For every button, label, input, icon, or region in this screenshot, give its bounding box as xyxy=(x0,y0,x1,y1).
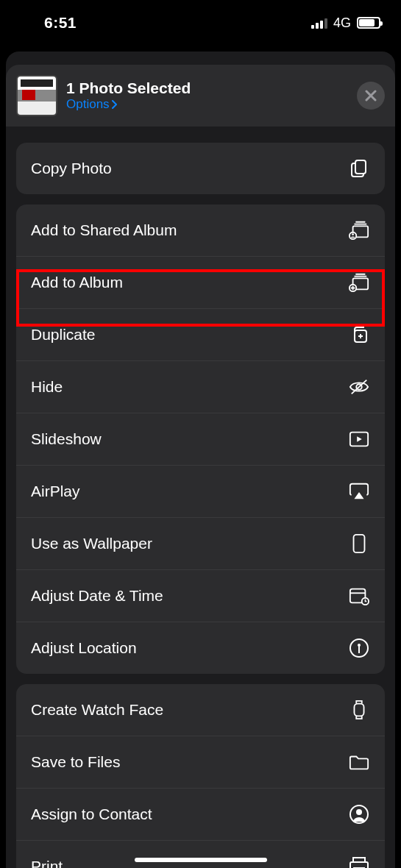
action-group-2: Add to Shared Album Add to Album Duplica… xyxy=(16,204,385,674)
svg-rect-0 xyxy=(355,160,366,174)
svg-rect-10 xyxy=(354,535,365,552)
adjust-date-time-row[interactable]: Adjust Date & Time xyxy=(16,569,385,622)
assign-contact-row[interactable]: Assign to Contact xyxy=(16,788,385,840)
copy-photo-label: Copy Photo xyxy=(31,160,112,177)
options-button[interactable]: Options xyxy=(66,97,348,112)
hide-icon xyxy=(348,376,370,398)
save-to-files-row[interactable]: Save to Files xyxy=(16,736,385,788)
create-watch-face-label: Create Watch Face xyxy=(31,701,163,719)
add-shared-album-label: Add to Shared Album xyxy=(31,221,177,239)
add-shared-album-row[interactable]: Add to Shared Album xyxy=(16,204,385,256)
status-indicators: 4G xyxy=(311,15,380,31)
create-watch-face-row[interactable]: Create Watch Face xyxy=(16,684,385,736)
wallpaper-label: Use as Wallpaper xyxy=(31,535,152,552)
chevron-right-icon xyxy=(111,100,118,109)
home-indicator[interactable] xyxy=(135,858,267,862)
photo-thumbnail[interactable] xyxy=(16,75,57,116)
calendar-clock-icon xyxy=(348,585,370,607)
phone-icon xyxy=(348,533,370,555)
add-album-icon xyxy=(348,271,370,294)
duplicate-icon xyxy=(348,324,370,346)
duplicate-label: Duplicate xyxy=(31,326,96,344)
folder-icon xyxy=(348,751,370,773)
copy-photo-row[interactable]: Copy Photo xyxy=(16,143,385,194)
airplay-label: AirPlay xyxy=(31,483,80,500)
airplay-icon xyxy=(348,480,370,502)
shared-album-icon xyxy=(348,219,370,241)
status-bar: 6:51 4G xyxy=(0,0,401,37)
action-group-1: Copy Photo xyxy=(16,143,385,194)
slideshow-label: Slideshow xyxy=(31,430,102,448)
header-title: 1 Photo Selected xyxy=(66,79,348,96)
action-group-3: Create Watch Face Save to Files Assign t… xyxy=(16,684,385,868)
slideshow-row[interactable]: Slideshow xyxy=(16,413,385,465)
close-icon xyxy=(365,90,377,102)
print-icon xyxy=(348,855,370,868)
adjust-location-row[interactable]: Adjust Location xyxy=(16,622,385,674)
adjust-date-time-label: Adjust Date & Time xyxy=(31,587,163,605)
wallpaper-row[interactable]: Use as Wallpaper xyxy=(16,517,385,569)
airplay-row[interactable]: AirPlay xyxy=(16,465,385,517)
copy-icon xyxy=(348,157,370,179)
contact-icon xyxy=(348,803,370,825)
add-album-row[interactable]: Add to Album xyxy=(16,256,385,308)
status-time: 6:51 xyxy=(21,14,77,32)
duplicate-row[interactable]: Duplicate xyxy=(16,308,385,360)
slideshow-icon xyxy=(348,428,370,450)
add-album-label: Add to Album xyxy=(31,274,123,291)
svg-point-2 xyxy=(349,232,356,239)
close-button[interactable] xyxy=(357,82,385,110)
adjust-location-label: Adjust Location xyxy=(31,639,137,657)
battery-icon xyxy=(357,17,380,29)
svg-rect-17 xyxy=(354,704,363,716)
assign-contact-label: Assign to Contact xyxy=(31,805,152,823)
hide-label: Hide xyxy=(31,378,63,396)
sheet-header: 1 Photo Selected Options xyxy=(6,65,395,127)
save-to-files-label: Save to Files xyxy=(31,753,120,771)
svg-rect-21 xyxy=(350,862,368,868)
share-sheet: 1 Photo Selected Options Copy Photo Add … xyxy=(6,65,395,868)
watch-icon xyxy=(348,699,370,721)
network-label: 4G xyxy=(333,15,351,31)
hide-row[interactable]: Hide xyxy=(16,360,385,413)
signal-icon xyxy=(311,17,327,29)
location-icon xyxy=(348,637,370,659)
print-label: Print xyxy=(31,858,63,868)
print-row[interactable]: Print xyxy=(16,840,385,868)
svg-point-19 xyxy=(356,809,362,815)
svg-point-3 xyxy=(352,233,354,235)
